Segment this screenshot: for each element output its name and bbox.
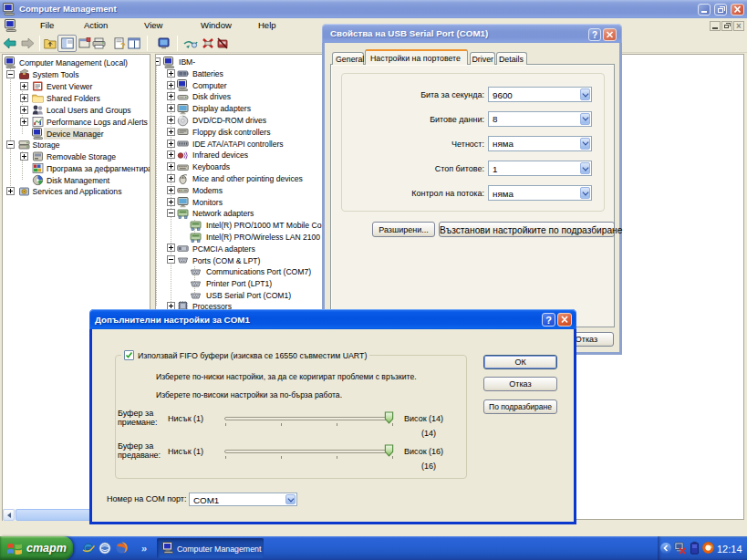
svg-text:?: ? xyxy=(120,41,126,50)
